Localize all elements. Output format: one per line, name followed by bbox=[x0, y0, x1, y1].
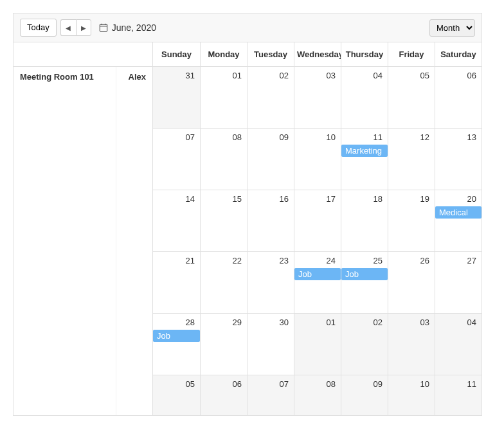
day-number: 08 bbox=[203, 132, 242, 142]
day-cell[interactable]: 08 bbox=[200, 129, 247, 190]
day-header: Tuesday bbox=[247, 42, 294, 67]
day-cell[interactable]: 07 bbox=[153, 129, 200, 190]
day-number: 04 bbox=[438, 318, 476, 327]
day-cell[interactable]: 06 bbox=[435, 67, 482, 128]
weeks-container: 310102030405060708091011Marketing1213141… bbox=[153, 67, 482, 415]
day-cell[interactable]: 31 bbox=[153, 67, 200, 128]
day-cell[interactable]: 16 bbox=[247, 190, 294, 251]
day-number: 22 bbox=[203, 256, 242, 265]
day-header: Wednesday bbox=[294, 42, 341, 67]
day-header: Thursday bbox=[341, 42, 388, 67]
calendar-event[interactable]: Marketing bbox=[341, 145, 388, 157]
day-number: 02 bbox=[344, 318, 382, 327]
calendar-event[interactable]: Medical bbox=[435, 206, 482, 219]
day-number: 17 bbox=[297, 194, 336, 204]
day-number: 23 bbox=[250, 256, 289, 265]
day-cell[interactable]: 10 bbox=[388, 375, 435, 415]
day-number: 16 bbox=[250, 194, 289, 204]
day-cell[interactable]: 26 bbox=[388, 252, 435, 313]
day-cell[interactable]: 12 bbox=[388, 129, 435, 190]
calendar-event[interactable]: Job bbox=[294, 268, 341, 280]
resource-row: Meeting Room 101 Alex bbox=[14, 67, 152, 415]
calendar-event[interactable]: Job bbox=[341, 268, 388, 280]
week-row: 0708091011Marketing1213 bbox=[153, 129, 482, 190]
date-picker[interactable]: June, 2020 bbox=[99, 22, 156, 33]
day-cell[interactable]: 22 bbox=[200, 252, 247, 313]
scheduler: Today ◀ ▶ June, 2020 Month bbox=[13, 13, 482, 416]
day-number: 06 bbox=[438, 71, 476, 80]
day-number: 08 bbox=[297, 379, 336, 389]
day-number: 25 bbox=[344, 256, 382, 265]
resource-column: Meeting Room 101 Alex bbox=[14, 42, 153, 415]
day-cell[interactable]: 19 bbox=[388, 190, 435, 251]
week-row: 31010203040506 bbox=[153, 67, 482, 129]
day-number: 05 bbox=[156, 379, 195, 389]
day-cell[interactable]: 14 bbox=[153, 190, 200, 251]
day-cell[interactable]: 23 bbox=[247, 252, 294, 313]
day-cell[interactable]: 13 bbox=[435, 129, 482, 190]
day-cell[interactable]: 10 bbox=[294, 129, 341, 190]
week-row: 05060708091011 bbox=[153, 375, 482, 415]
day-header: Sunday bbox=[153, 42, 200, 67]
day-cell[interactable]: 03 bbox=[294, 67, 341, 128]
day-cell[interactable]: 09 bbox=[341, 375, 388, 415]
day-number: 26 bbox=[391, 256, 429, 265]
day-cell[interactable]: 29 bbox=[200, 314, 247, 375]
prev-button[interactable]: ◀ bbox=[60, 19, 76, 36]
day-cell[interactable]: 18 bbox=[341, 190, 388, 251]
day-cell[interactable]: 09 bbox=[247, 129, 294, 190]
day-number: 21 bbox=[156, 256, 195, 265]
day-number: 10 bbox=[391, 379, 429, 389]
day-cell[interactable]: 03 bbox=[388, 314, 435, 375]
resource-group-cell: Meeting Room 101 bbox=[14, 67, 116, 415]
day-cell[interactable]: 02 bbox=[247, 67, 294, 128]
day-cell[interactable]: 21 bbox=[153, 252, 200, 313]
day-number: 18 bbox=[344, 194, 382, 204]
day-number: 04 bbox=[344, 71, 382, 80]
day-number: 05 bbox=[391, 71, 429, 80]
day-header: Saturday bbox=[435, 42, 482, 67]
day-cell[interactable]: 11 bbox=[435, 375, 482, 415]
day-cell[interactable]: 08 bbox=[294, 375, 341, 415]
week-row: 28Job293001020304 bbox=[153, 314, 482, 375]
day-cell[interactable]: 25Job bbox=[341, 252, 388, 313]
scheduler-body: Meeting Room 101 Alex SundayMondayTuesda… bbox=[14, 42, 482, 415]
current-date-label: June, 2020 bbox=[112, 22, 156, 33]
day-number: 01 bbox=[297, 318, 336, 327]
day-number: 12 bbox=[391, 132, 429, 142]
day-cell[interactable]: 04 bbox=[341, 67, 388, 128]
day-cell[interactable]: 11Marketing bbox=[341, 129, 388, 190]
day-number: 03 bbox=[391, 318, 429, 327]
day-cell[interactable]: 01 bbox=[200, 67, 247, 128]
day-number: 24 bbox=[297, 256, 336, 265]
day-number: 09 bbox=[250, 132, 289, 142]
day-cell[interactable]: 30 bbox=[247, 314, 294, 375]
day-cell[interactable]: 04 bbox=[435, 314, 482, 375]
day-number: 20 bbox=[438, 194, 476, 204]
day-cell[interactable]: 05 bbox=[388, 67, 435, 128]
next-button[interactable]: ▶ bbox=[76, 19, 91, 36]
day-number: 11 bbox=[438, 379, 476, 389]
day-number: 30 bbox=[250, 318, 289, 327]
calendar-grid[interactable]: SundayMondayTuesdayWednesdayThursdayFrid… bbox=[153, 42, 482, 415]
resource-owner-cell: Alex bbox=[116, 67, 152, 415]
day-cell[interactable]: 24Job bbox=[294, 252, 341, 313]
toolbar-left: Today ◀ ▶ June, 2020 bbox=[20, 19, 156, 37]
day-cell[interactable]: 01 bbox=[294, 314, 341, 375]
day-cell[interactable]: 28Job bbox=[153, 314, 200, 375]
day-number: 06 bbox=[203, 379, 242, 389]
day-number: 10 bbox=[297, 132, 336, 142]
day-number: 13 bbox=[438, 132, 476, 142]
view-select[interactable]: Month bbox=[429, 19, 475, 37]
calendar-event[interactable]: Job bbox=[153, 330, 200, 342]
day-cell[interactable]: 17 bbox=[294, 190, 341, 251]
day-cell[interactable]: 02 bbox=[341, 314, 388, 375]
today-button[interactable]: Today bbox=[20, 19, 57, 37]
day-cell[interactable]: 27 bbox=[435, 252, 482, 313]
day-cell[interactable]: 20Medical bbox=[435, 190, 482, 251]
day-cell[interactable]: 06 bbox=[200, 375, 247, 415]
day-cell[interactable]: 07 bbox=[247, 375, 294, 415]
day-cell[interactable]: 15 bbox=[200, 190, 247, 251]
day-header: Monday bbox=[200, 42, 247, 67]
day-cell[interactable]: 05 bbox=[153, 375, 200, 415]
